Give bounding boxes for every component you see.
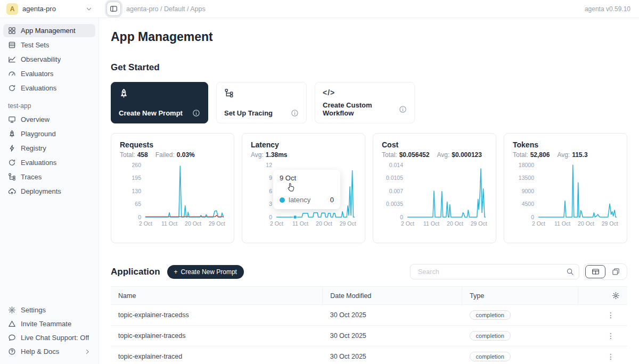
type-badge: completion — [470, 331, 511, 341]
row-menu-button[interactable]: ⋮ — [607, 332, 620, 340]
sidebar-item-evaluations-app[interactable]: Evaluations — [3, 156, 95, 169]
view-toggle — [584, 263, 627, 280]
row-menu-button[interactable]: ⋮ — [607, 352, 620, 361]
sidebar-item-label: Evaluations — [21, 84, 56, 92]
sidebar-item-label: Registry — [21, 144, 46, 152]
column-header-actions — [578, 287, 627, 305]
cloud-icon — [8, 187, 16, 195]
search-input[interactable] — [417, 268, 566, 276]
table-view-button[interactable] — [585, 265, 605, 278]
table-row[interactable]: topic-explainer-tracedss 30 Oct 2025 com… — [111, 305, 627, 326]
stat-label: Failed: — [155, 151, 175, 159]
svg-text:3: 3 — [269, 201, 272, 207]
svg-text:20 Oct: 20 Oct — [578, 220, 594, 227]
cards-view-icon — [612, 268, 620, 276]
application-header-row: Application + Create New Prompt — [111, 263, 627, 280]
info-icon[interactable] — [192, 109, 200, 117]
svg-text:20 Oct: 20 Oct — [447, 220, 463, 227]
get-started-heading: Get Started — [111, 62, 627, 73]
sidebar-item-help-docs[interactable]: Help & Docs — [3, 345, 95, 358]
sidebar-item-observability[interactable]: Observability — [3, 53, 95, 66]
svg-text:0.0035: 0.0035 — [386, 201, 403, 207]
refresh-circle-icon — [8, 84, 16, 92]
svg-text:0: 0 — [531, 214, 534, 220]
workspace-switcher[interactable]: A agenta-pro — [0, 3, 99, 15]
svg-text:0.007: 0.007 — [389, 188, 403, 194]
sidebar-item-evaluations[interactable]: Evaluations — [3, 81, 95, 95]
app-name[interactable]: topic-explainer-tracedss — [111, 305, 323, 326]
sidebar-item-evaluators[interactable]: Evaluators — [3, 67, 95, 80]
sidebar-item-label: Test Sets — [21, 41, 49, 49]
sidebar-item-live-chat-support[interactable]: Live Chat Support: Off — [3, 331, 95, 344]
plus-icon: + — [174, 268, 178, 276]
create-new-prompt-button[interactable]: + Create New Prompt — [167, 265, 244, 279]
sidebar-item-invite-teammate[interactable]: Invite Teammate — [3, 317, 95, 330]
sidebar-item-label: Evaluators — [21, 70, 53, 78]
tree-icon — [8, 173, 16, 181]
table-row[interactable]: topic-explainer-traceds 30 Oct 2025 comp… — [111, 326, 627, 346]
svg-text:11 Oct: 11 Oct — [554, 220, 570, 227]
sidebar-item-label: Observability — [21, 55, 61, 63]
svg-text:12: 12 — [266, 162, 272, 168]
column-header-name[interactable]: Name — [111, 287, 323, 305]
cursor-hand-icon — [287, 183, 296, 192]
app-date-modified: 30 Oct 2025 — [323, 346, 462, 364]
svg-text:29 Oct: 29 Oct — [209, 220, 225, 227]
chart-stats: Total:52,806Avg:115.3 — [513, 151, 618, 159]
sidebar-item-traces[interactable]: Traces — [3, 170, 95, 184]
metric-charts-row: RequestsTotal:458Failed:0.03%26019513065… — [111, 133, 627, 243]
workspace-avatar: A — [6, 3, 18, 15]
create-custom-workflow-card[interactable]: </> Create Custom Workflow — [315, 82, 415, 123]
chart-stats: Total:$0.056452Avg:$0.000123 — [382, 151, 487, 159]
chevron-right-icon — [84, 349, 91, 355]
svg-text:9: 9 — [269, 175, 272, 181]
requests-chart: 2601951306502 Oct11 Oct20 Oct29 Oct — [120, 161, 226, 231]
type-badge: completion — [470, 352, 511, 361]
sidebar-section-label: test-app — [8, 102, 91, 110]
chart-stats: Total:458Failed:0.03% — [120, 151, 225, 159]
svg-text:65: 65 — [135, 201, 141, 207]
row-menu-button[interactable]: ⋮ — [607, 311, 620, 319]
breadcrumb[interactable]: agenta-pro / Default / Apps — [126, 5, 206, 13]
triangle-icon — [8, 320, 16, 328]
stat-value: $0.000123 — [452, 151, 482, 159]
sidebar-item-playground[interactable]: Playground — [3, 127, 95, 140]
svg-text:0: 0 — [269, 214, 272, 220]
create-new-prompt-card[interactable]: Create New Prompt — [111, 82, 208, 123]
column-header-type[interactable]: Type — [462, 287, 578, 305]
svg-text:130: 130 — [132, 188, 141, 194]
code-icon: </> — [323, 88, 407, 97]
sidebar-item-app-management[interactable]: App Management — [3, 24, 95, 37]
sidebar-item-label: Evaluations — [21, 159, 56, 167]
info-icon[interactable] — [399, 105, 407, 113]
sidebar-item-settings[interactable]: Settings — [3, 303, 95, 317]
sidebar-item-deployments[interactable]: Deployments — [3, 185, 95, 198]
stat-value: 52,806 — [530, 151, 550, 159]
sidebar-item-overview[interactable]: Overview — [3, 113, 95, 126]
column-header-date-modified[interactable]: Date Modified — [323, 287, 462, 305]
tooltip-value: 0 — [330, 196, 334, 204]
svg-text:11 Oct: 11 Oct — [292, 220, 308, 227]
lightning-icon — [8, 144, 16, 152]
sidebar-collapse-button[interactable] — [106, 2, 121, 16]
chart-card-requests: RequestsTotal:458Failed:0.03%26019513065… — [111, 133, 234, 243]
gauge-icon — [8, 70, 16, 78]
stat-value: 458 — [137, 151, 148, 159]
sidebar-item-test-sets[interactable]: Test Sets — [3, 38, 95, 52]
table-row[interactable]: topic-explainer-traced 30 Oct 2025 compl… — [111, 346, 627, 364]
app-name[interactable]: topic-explainer-traceds — [111, 326, 323, 346]
sidebar-item-label: App Management — [21, 27, 76, 35]
svg-text:29 Oct: 29 Oct — [602, 220, 618, 227]
info-icon[interactable] — [291, 109, 299, 117]
set-up-tracing-card[interactable]: Set Up Tracing — [216, 82, 307, 123]
application-heading: Application — [111, 267, 160, 277]
card-view-button[interactable] — [605, 265, 626, 278]
app-date-modified: 30 Oct 2025 — [323, 326, 462, 346]
sidebar-item-registry[interactable]: Registry — [3, 142, 95, 155]
svg-text:2 Oct: 2 Oct — [532, 220, 545, 227]
search-box[interactable] — [410, 264, 579, 279]
column-settings-gear-icon[interactable] — [586, 292, 620, 300]
app-name[interactable]: topic-explainer-traced — [111, 346, 323, 364]
svg-text:9000: 9000 — [522, 188, 535, 194]
rocket-icon — [8, 130, 16, 138]
